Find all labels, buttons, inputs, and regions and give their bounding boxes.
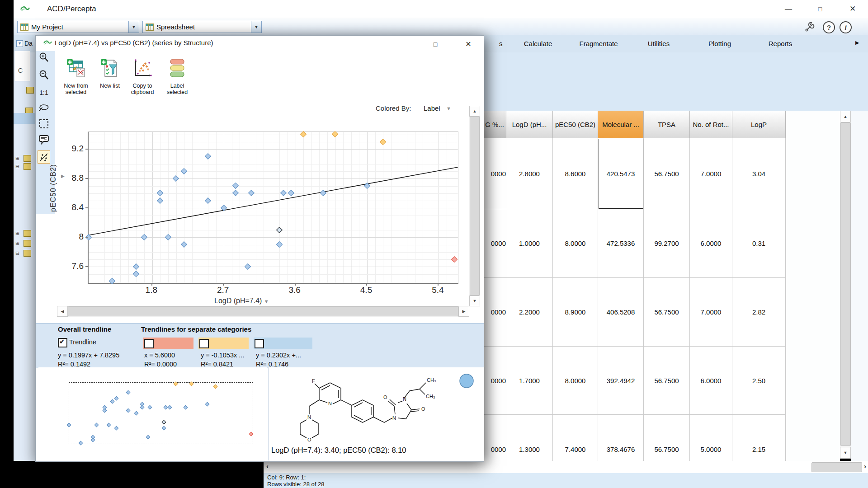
column-header[interactable]: Molecular ...	[598, 111, 644, 139]
sidebar-item-c[interactable]: C	[18, 67, 23, 74]
lasso-select-icon[interactable]	[38, 102, 50, 114]
table-cell[interactable]: 0000	[483, 347, 509, 415]
column-header[interactable]: LogP	[732, 111, 786, 139]
view-combobox[interactable]: Spreadsheet ▼	[142, 21, 262, 33]
table-vertical-scrollbar[interactable]: ▲ ▼	[840, 111, 851, 458]
menu-item-reports[interactable]: Reports	[758, 39, 803, 48]
table-cell[interactable]: 378.4676	[598, 415, 644, 461]
scrollbar-thumb[interactable]	[470, 117, 480, 296]
column-header[interactable]: pEC50 (CB2)	[553, 111, 598, 139]
table-cell[interactable]: 2.2000	[506, 278, 553, 347]
table-cell[interactable]: 7.0000	[690, 278, 732, 347]
plot-vertical-scrollbar[interactable]: ▲ ▼	[469, 106, 480, 306]
sidebar-table-icon[interactable]	[24, 155, 31, 162]
table-cell[interactable]: 99.2700	[644, 209, 690, 278]
table-cell[interactable]: 7.0000	[690, 138, 732, 209]
dialog-close-button[interactable]: ✕	[462, 39, 475, 49]
tree-collapse-icon[interactable]: ⊟	[15, 164, 19, 169]
scroll-left-icon[interactable]: ◀	[57, 306, 68, 317]
table-cell[interactable]: 2.8000	[506, 138, 553, 209]
project-combobox-arrow-icon[interactable]: ▼	[128, 21, 139, 33]
sidebar-folder-icon[interactable]	[24, 230, 31, 237]
sidebar-document-icon[interactable]	[26, 87, 34, 94]
tree-expand-icon[interactable]: ⊞	[15, 155, 19, 161]
table-cell[interactable]: 2.50	[732, 347, 786, 415]
table-cell[interactable]: 406.5208	[598, 278, 644, 347]
app-close-button[interactable]: ✕	[843, 3, 863, 15]
table-cell[interactable]: 8.6000	[553, 138, 598, 209]
sidebar-table-icon[interactable]	[24, 163, 31, 170]
scroll-down-icon[interactable]: ▼	[840, 447, 851, 459]
column-header[interactable]: LogD (pH...	[506, 111, 553, 139]
table-cell[interactable]: 0000	[483, 415, 509, 461]
project-combobox[interactable]: My Project ▼	[17, 21, 139, 33]
table-cell[interactable]: 7.4000	[553, 415, 598, 461]
scrollbar-thumb[interactable]	[840, 122, 851, 446]
column-header[interactable]: G %...	[483, 111, 506, 139]
sidebar-checkbox[interactable]: ▾	[16, 40, 23, 47]
table-cell[interactable]: 56.7500	[644, 347, 690, 415]
table-cell[interactable]: 5.0000	[690, 415, 732, 461]
table-cell[interactable]: 8.0000	[553, 347, 598, 415]
column-header[interactable]: TPSA	[644, 111, 690, 139]
help-icon[interactable]: ?	[823, 21, 835, 33]
scatter-plot[interactable]	[88, 131, 458, 284]
sidebar-folder-icon[interactable]	[24, 250, 31, 257]
app-minimize-button[interactable]: —	[778, 3, 798, 15]
table-cell[interactable]: 2.15	[732, 415, 786, 461]
rectangle-select-icon[interactable]	[38, 117, 50, 130]
x-axis-dropdown-icon[interactable]: ▼	[264, 299, 269, 304]
app-maximize-button[interactable]: □	[810, 3, 830, 15]
table-cell[interactable]: 3.04	[732, 138, 786, 209]
tree-expand-icon[interactable]: ⊞	[15, 240, 19, 246]
table-cell[interactable]: 1.3000	[506, 415, 553, 461]
actual-size-button[interactable]: 1:1	[38, 86, 50, 99]
table-cell[interactable]: 1.7000	[506, 347, 553, 415]
sidebar-selected-item[interactable]	[14, 113, 35, 124]
plot-minimap[interactable]	[38, 367, 267, 460]
scroll-left-icon[interactable]: ‹	[266, 462, 269, 470]
scroll-right-icon[interactable]: ▶	[458, 306, 469, 317]
table-cell[interactable]: 56.7500	[644, 278, 690, 347]
trendline-checkbox[interactable]	[58, 338, 67, 347]
new-from-selected-button[interactable]: New from selected	[60, 58, 92, 96]
category-checkbox-red[interactable]	[144, 339, 154, 348]
table-cell[interactable]: 0.31	[732, 209, 786, 278]
table-cell[interactable]: 2.82	[732, 278, 786, 347]
colored-by-value[interactable]: Label	[424, 104, 440, 112]
scroll-up-icon[interactable]: ▲	[840, 111, 851, 122]
category-checkbox-yellow[interactable]	[199, 339, 209, 348]
scroll-up-icon[interactable]: ▲	[469, 106, 480, 117]
tree-expand-icon[interactable]: ⊞	[15, 230, 19, 236]
table-cell[interactable]: 56.7500	[644, 415, 690, 461]
horizontal-scrollbar-thumb[interactable]	[811, 462, 862, 472]
table-cell[interactable]: 0000	[483, 138, 509, 209]
menu-item-calculate[interactable]: Calculate	[519, 39, 557, 48]
wrench-icon[interactable]	[804, 22, 815, 33]
dialog-maximize-button[interactable]: □	[429, 39, 442, 49]
scroll-down-icon[interactable]: ▼	[469, 296, 480, 306]
table-cell[interactable]: 472.5336	[598, 209, 644, 278]
menu-item-utilities[interactable]: Utilities	[640, 39, 678, 48]
copy-to-clipboard-button[interactable]: Copy to clipboard	[126, 58, 159, 96]
menu-overflow-arrow-icon[interactable]: ▶	[853, 39, 862, 47]
category-checkbox-blue[interactable]	[255, 339, 264, 348]
plot-horizontal-scrollbar[interactable]: ◀ ▶	[57, 306, 468, 317]
table-cell[interactable]: 0000	[483, 278, 509, 347]
table-cell[interactable]: 6.0000	[690, 209, 732, 278]
zoom-out-icon[interactable]	[38, 69, 50, 81]
column-header[interactable]: No. of Rot...	[690, 111, 732, 139]
table-cell[interactable]: 8.9000	[553, 278, 598, 347]
table-cell[interactable]: 420.5473	[598, 138, 644, 209]
scroll-right-icon[interactable]: ›	[864, 462, 866, 470]
colored-by-dropdown-icon[interactable]: ▼	[446, 106, 451, 111]
table-cell[interactable]: 56.7500	[644, 138, 690, 209]
x-axis-title[interactable]: LogD (pH=7.4) ▼	[214, 297, 269, 305]
menu-item-fragmentate[interactable]: Fragmentate	[574, 39, 623, 48]
table-cell[interactable]: 1.0000	[506, 209, 553, 278]
table-cell[interactable]: 0000	[483, 209, 509, 278]
new-list-button[interactable]: New list	[94, 58, 126, 89]
tree-collapse-icon[interactable]: ⊟	[15, 250, 19, 256]
table-cell[interactable]: 392.4942	[598, 347, 644, 415]
menu-item-plotting[interactable]: Plotting	[700, 39, 740, 48]
